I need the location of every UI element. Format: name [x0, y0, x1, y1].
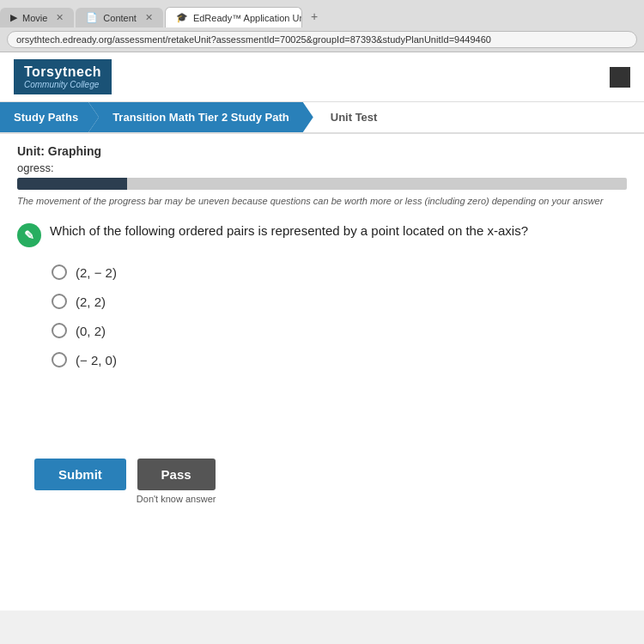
question-icon: ✎ [17, 223, 41, 247]
answer-choices: (2, − 2) (2, 2) (0, 2) (− 2, 0) [17, 264, 627, 368]
choice-c[interactable]: (0, 2) [52, 323, 627, 338]
dont-know-label: Don't know answer [137, 494, 216, 504]
breadcrumb-unit-test[interactable]: Unit Test [313, 102, 392, 132]
tab-content[interactable]: 📄 Content ✕ [76, 8, 163, 27]
choice-c-label: (0, 2) [76, 324, 106, 338]
tab-close-content[interactable]: ✕ [145, 12, 153, 23]
footer-buttons: Submit Pass Don't know answer [17, 445, 627, 511]
radio-c[interactable] [52, 323, 67, 338]
pass-button[interactable]: Pass [137, 459, 216, 490]
progress-label: ogress: [17, 161, 627, 174]
site-header: Torsytnech Community College [0, 52, 644, 102]
breadcrumb-nav: Study Paths Transition Math Tier 2 Study… [0, 102, 644, 134]
main-content: Unit: Graphing ogress: The movement of t… [0, 134, 644, 521]
film-icon: ▶ [10, 12, 17, 23]
choice-b-label: (2, 2) [76, 295, 106, 309]
tab-close-movie[interactable]: ✕ [56, 12, 64, 23]
radio-b[interactable] [52, 294, 67, 309]
choice-d[interactable]: (− 2, 0) [52, 352, 627, 368]
unit-label: Unit: Graphing [17, 144, 627, 158]
pencil-icon: ✎ [24, 228, 34, 242]
spacer [17, 393, 627, 445]
choice-a-label: (2, − 2) [76, 265, 117, 280]
progress-bar-fill [17, 178, 127, 190]
tab-movie[interactable]: ▶ Movie ✕ [0, 8, 74, 27]
logo-subtitle: Community College [24, 80, 101, 89]
address-bar[interactable]: orsythtech.edready.org/assessment/retake… [7, 31, 637, 48]
progress-note: The movement of the progress bar may be … [17, 195, 627, 208]
radio-a[interactable] [52, 264, 67, 280]
edready-icon: 🎓 [176, 12, 188, 23]
question-block: ✎ Which of the following ordered pairs i… [17, 222, 627, 247]
tab-edready[interactable]: 🎓 EdReady™ Application Unit Test ✕ [165, 7, 302, 27]
submit-button[interactable]: Submit [34, 459, 126, 490]
logo-name: Torsytnech [24, 64, 101, 80]
pass-col: Pass Don't know answer [137, 459, 216, 504]
choice-b[interactable]: (2, 2) [52, 294, 627, 309]
choice-d-label: (− 2, 0) [76, 353, 117, 368]
logo-box: Torsytnech Community College [14, 59, 112, 94]
page-content: Torsytnech Community College Study Paths… [0, 52, 644, 611]
header-right [610, 67, 630, 88]
breadcrumb-study-paths[interactable]: Study Paths [0, 102, 99, 132]
progress-bar-container [17, 178, 627, 190]
browser-chrome: ▶ Movie ✕ 📄 Content ✕ 🎓 EdReady™ Applica… [0, 0, 644, 52]
new-tab-button[interactable]: + [304, 5, 325, 27]
tab-bar: ▶ Movie ✕ 📄 Content ✕ 🎓 EdReady™ Applica… [0, 0, 644, 27]
radio-d[interactable] [52, 352, 67, 368]
choice-a[interactable]: (2, − 2) [52, 264, 627, 280]
doc-icon: 📄 [86, 12, 98, 23]
breadcrumb-transition-math[interactable]: Transition Math Tier 2 Study Path [88, 102, 313, 132]
question-text: Which of the following ordered pairs is … [50, 222, 627, 241]
